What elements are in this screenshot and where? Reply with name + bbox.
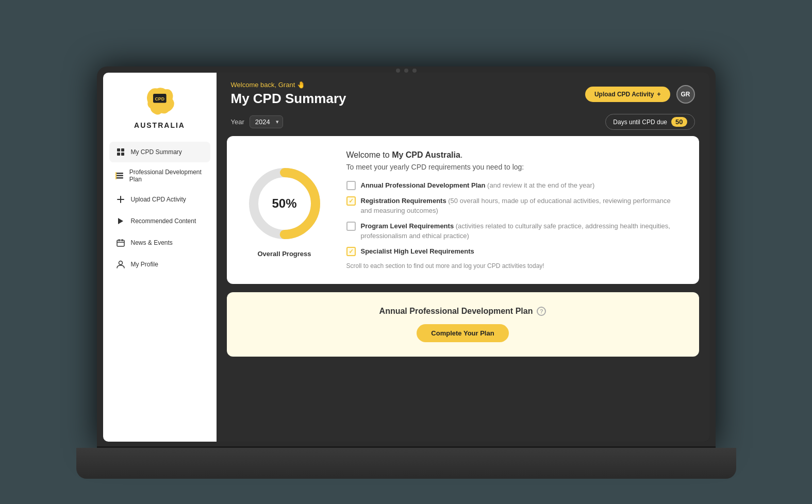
nav-label-upload: Upload CPD Activity	[131, 196, 186, 203]
upload-plus-icon: +	[657, 91, 660, 98]
svg-point-17	[119, 261, 122, 265]
welcome-heading: Welcome to My CPD Australia.	[346, 150, 683, 160]
sidebar: CPD AUSTRALIA	[103, 73, 217, 442]
req-checkbox-annual-plan[interactable]	[346, 181, 356, 190]
annual-plan-title-text: Annual Professional Development Plan	[379, 307, 533, 316]
sidebar-item-profile[interactable]: My Profile	[109, 254, 210, 275]
year-label: Year	[231, 118, 244, 126]
welcome-heading-bold: My CPD Australia	[392, 150, 460, 159]
list-icon	[115, 171, 124, 181]
camera-indicator	[396, 69, 400, 73]
year-select[interactable]: 2024 2023 2022	[250, 115, 283, 128]
req-checkbox-program-level[interactable]	[346, 222, 356, 231]
req-item-specialist: Specialist High Level Requirements	[346, 246, 683, 257]
scroll-hint: Scroll to each section to find out more …	[346, 262, 683, 270]
req-checkbox-specialist[interactable]	[346, 247, 356, 256]
welcome-sub: To meet your yearly CPD requirements you…	[346, 163, 683, 171]
play-icon	[115, 216, 126, 226]
person-icon	[115, 259, 126, 270]
requirements-list: Annual Professional Development Plan (an…	[346, 180, 683, 256]
welcome-section: 50% Overall Progress Welcome to My CPD A…	[243, 150, 683, 270]
camera-dot-3	[412, 69, 417, 73]
svg-rect-15	[119, 239, 120, 241]
svg-rect-16	[122, 239, 123, 241]
req-item-program-level: Program Level Requirements (activities r…	[346, 221, 683, 241]
sidebar-item-cpd-summary[interactable]: My CPD Summary	[109, 142, 210, 162]
svg-text:CPD: CPD	[155, 96, 165, 102]
sidebar-item-upload[interactable]: Upload CPD Activity	[109, 189, 210, 210]
req-label-bold-1: Annual Professional Development Plan	[361, 181, 486, 189]
annual-plan-title: Annual Professional Development Plan ?	[379, 307, 546, 316]
svg-rect-5	[121, 153, 124, 156]
req-text-specialist: Specialist High Level Requirements	[361, 246, 474, 257]
days-until-cpd: Days until CPD due 50	[605, 114, 694, 130]
req-label-bold-2: Registration Requirements	[361, 197, 446, 205]
grid-icon	[115, 147, 126, 157]
welcome-card: 50% Overall Progress Welcome to My CPD A…	[227, 136, 699, 284]
main-content: Welcome back, Grant 🤚 My CPD Summary Upl…	[217, 73, 709, 442]
svg-rect-2	[117, 148, 120, 152]
nav-menu: My CPD Summary	[103, 142, 217, 276]
welcome-text: Welcome back, Grant 🤚	[231, 81, 346, 89]
svg-rect-6	[116, 173, 123, 174]
req-item-annual-plan: Annual Professional Development Plan (an…	[346, 180, 683, 191]
nav-label-cpd-summary: My CPD Summary	[131, 148, 182, 156]
camera-dot-2	[404, 69, 408, 73]
donut-label: Overall Progress	[257, 250, 311, 258]
complete-plan-button[interactable]: Complete Your Plan	[417, 324, 508, 342]
logo-icon: CPD	[139, 83, 180, 119]
svg-rect-13	[117, 240, 124, 246]
plus-icon	[115, 194, 126, 205]
top-header: Welcome back, Grant 🤚 My CPD Summary Upl…	[217, 73, 709, 114]
sidebar-item-recommended[interactable]: Recommended Content	[109, 211, 210, 231]
req-text-program-level: Program Level Requirements (activities r…	[361, 221, 683, 241]
sidebar-item-pdp[interactable]: Professional Development Plan	[109, 163, 210, 188]
svg-rect-11	[117, 199, 124, 200]
header-left: Welcome back, Grant 🤚 My CPD Summary	[231, 81, 346, 107]
nav-label-recommended: Recommended Content	[131, 217, 196, 225]
year-select-wrapper: 2024 2023 2022	[250, 115, 283, 128]
requirements-section: Welcome to My CPD Australia. To meet you…	[346, 150, 683, 270]
donut-percentage: 50%	[272, 196, 296, 211]
nav-label-news: News & Events	[131, 239, 173, 246]
donut-wrapper: 50%	[243, 162, 326, 245]
nav-label-profile: My Profile	[131, 261, 158, 268]
svg-rect-4	[117, 153, 120, 156]
req-label-dim-1: (and review it at the end of the year)	[486, 181, 595, 189]
laptop-base	[76, 448, 736, 479]
req-checkbox-registration[interactable]	[346, 196, 356, 206]
page-title: My CPD Summary	[231, 91, 346, 107]
donut-chart-container: 50% Overall Progress	[243, 162, 326, 258]
upload-btn-label: Upload CPD Activity	[594, 91, 654, 98]
info-icon[interactable]: ?	[537, 307, 546, 316]
annual-plan-card: Annual Professional Development Plan ? C…	[227, 292, 699, 357]
logo-area: CPD AUSTRALIA	[134, 83, 185, 129]
days-due-value: 50	[671, 117, 687, 127]
svg-rect-8	[116, 177, 123, 179]
svg-rect-9	[115, 172, 117, 179]
svg-marker-12	[118, 218, 123, 224]
content-area: 50% Overall Progress Welcome to My CPD A…	[217, 136, 709, 442]
svg-rect-3	[121, 148, 124, 152]
req-label-bold-4: Specialist High Level Requirements	[361, 247, 474, 255]
year-bar: Year 2024 2023 2022 Days until CPD due	[217, 114, 709, 136]
welcome-heading-text: Welcome to	[346, 150, 392, 159]
req-text-registration: Registration Requirements (50 overall ho…	[361, 196, 683, 216]
sidebar-item-news[interactable]: News & Events	[109, 232, 210, 253]
year-left: Year 2024 2023 2022	[231, 115, 283, 128]
upload-cpd-button[interactable]: Upload CPD Activity +	[585, 87, 670, 102]
logo-text: AUSTRALIA	[134, 121, 185, 129]
nav-label-pdp: Professional Development Plan	[129, 169, 204, 183]
svg-rect-7	[116, 175, 123, 177]
header-right: Upload CPD Activity + GR	[585, 85, 695, 104]
req-text-annual-plan: Annual Professional Development Plan (an…	[361, 180, 595, 191]
req-label-bold-3: Program Level Requirements	[361, 222, 454, 230]
days-due-label: Days until CPD due	[613, 119, 667, 126]
calendar-icon	[115, 238, 126, 248]
avatar[interactable]: GR	[676, 85, 695, 104]
req-item-registration: Registration Requirements (50 overall ho…	[346, 196, 683, 216]
